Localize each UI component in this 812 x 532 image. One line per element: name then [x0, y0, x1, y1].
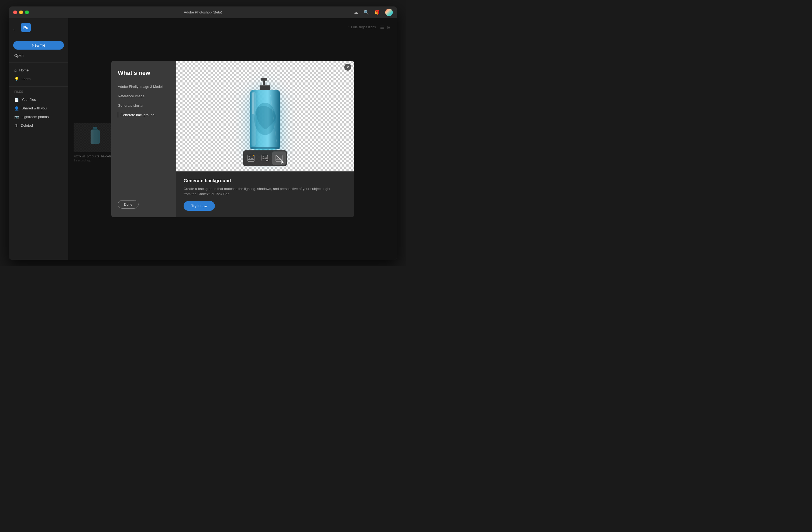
sidebar-label-shared: Shared with you — [21, 106, 47, 110]
style-image-icon — [247, 154, 255, 162]
close-modal-button[interactable]: × — [344, 64, 351, 71]
gift-icon[interactable]: 🎁 — [375, 10, 380, 15]
sidebar-divider-1 — [9, 62, 68, 63]
close-button[interactable] — [13, 11, 17, 14]
toolbar-generate-btn[interactable] — [272, 151, 286, 165]
feature-item-0[interactable]: Adobe Firefly Image 3 Model — [118, 84, 170, 89]
files-section-label: FILES — [9, 90, 68, 95]
app-window: Adobe Photoshop (Beta) ☁ 🔍 🎁 ‹ Ps New fi… — [9, 6, 397, 260]
add-image-icon — [261, 154, 269, 162]
titlebar: Adobe Photoshop (Beta) ☁ 🔍 🎁 — [9, 6, 397, 18]
sidebar-label-deleted: Deleted — [21, 123, 33, 128]
svg-point-25 — [249, 156, 250, 158]
new-file-button[interactable]: New file — [13, 41, 64, 49]
sidebar-item-lightroom[interactable]: 📷 Lightroom photos — [9, 113, 68, 121]
open-button[interactable]: Open — [9, 52, 68, 59]
svg-rect-12 — [260, 85, 271, 90]
perfume-bottle-svg — [238, 76, 292, 157]
sidebar-label-your-files: Your files — [21, 98, 36, 102]
modal-overlay: What's new Adobe Firefly Image 3 Model R… — [68, 18, 397, 260]
ps-logo: Ps — [21, 23, 31, 32]
deleted-icon: 🗑 — [14, 123, 18, 128]
sidebar-item-deleted[interactable]: 🗑 Deleted — [9, 121, 68, 130]
sidebar-item-label-home: Home — [19, 68, 29, 72]
modal: What's new Adobe Firefly Image 3 Model R… — [111, 61, 354, 217]
preview-area — [176, 61, 354, 172]
sidebar-label-lightroom: Lightroom photos — [21, 115, 48, 119]
avatar[interactable] — [385, 9, 393, 16]
cloud-icon[interactable]: ☁ — [354, 10, 358, 15]
right-content: ⌃ Hide suggestions ☰ ⊞ — [68, 18, 397, 260]
main-content: ‹ Ps New file Open ⌂ Home 💡 Learn FILES … — [9, 18, 397, 260]
feature-item-1[interactable]: Reference image — [118, 93, 170, 99]
shared-icon: 👤 — [14, 106, 19, 110]
toolbar-add-btn[interactable] — [258, 151, 272, 165]
try-it-now-button[interactable]: Try it now — [184, 201, 215, 211]
feature-item-2[interactable]: Generate similar — [118, 103, 170, 108]
learn-icon: 💡 — [14, 77, 19, 81]
sidebar-item-learn[interactable]: 💡 Learn — [9, 75, 68, 83]
svg-marker-24 — [248, 158, 254, 160]
titlebar-actions: ☁ 🔍 🎁 — [354, 9, 393, 16]
svg-rect-13 — [260, 85, 270, 86]
modal-right-panel: × — [176, 61, 354, 217]
file-icon: 📄 — [14, 98, 19, 102]
search-icon[interactable]: 🔍 — [364, 10, 369, 15]
minimize-button[interactable] — [19, 11, 23, 14]
sidebar-item-your-files[interactable]: 📄 Your files — [9, 95, 68, 104]
window-title: Adobe Photoshop (Beta) — [184, 10, 222, 14]
done-button[interactable]: Done — [118, 200, 139, 209]
maximize-button[interactable] — [25, 11, 29, 14]
lightroom-icon: 📷 — [14, 115, 19, 119]
feature-item-3[interactable]: Generate background — [118, 113, 170, 118]
svg-point-30 — [263, 156, 264, 157]
sidebar: ‹ Ps New file Open ⌂ Home 💡 Learn FILES … — [9, 18, 68, 260]
traffic-lights — [13, 11, 29, 14]
svg-point-22 — [270, 148, 275, 150]
checkerboard-bg — [176, 61, 354, 172]
sidebar-item-shared[interactable]: 👤 Shared with you — [9, 104, 68, 113]
description-panel: Generate background Create a background … — [176, 172, 354, 217]
modal-title: What's new — [118, 70, 170, 76]
svg-marker-38 — [281, 161, 285, 164]
home-icon: ⌂ — [14, 68, 16, 73]
modal-left-panel: What's new Adobe Firefly Image 3 Model R… — [111, 61, 176, 217]
feature-description: Create a background that matches the lig… — [184, 186, 335, 197]
cursor-icon — [281, 160, 285, 164]
back-arrow[interactable]: ‹ — [13, 28, 15, 32]
toolbar-style-btn[interactable] — [244, 151, 258, 165]
preview-toolbar — [243, 150, 287, 166]
svg-rect-16 — [252, 92, 254, 114]
feature-title: Generate background — [184, 178, 346, 183]
sidebar-item-home[interactable]: ⌂ Home — [9, 66, 68, 75]
feature-list: Adobe Firefly Image 3 Model Reference im… — [118, 84, 170, 118]
sidebar-item-label-learn: Learn — [21, 77, 30, 81]
svg-rect-11 — [261, 78, 267, 80]
